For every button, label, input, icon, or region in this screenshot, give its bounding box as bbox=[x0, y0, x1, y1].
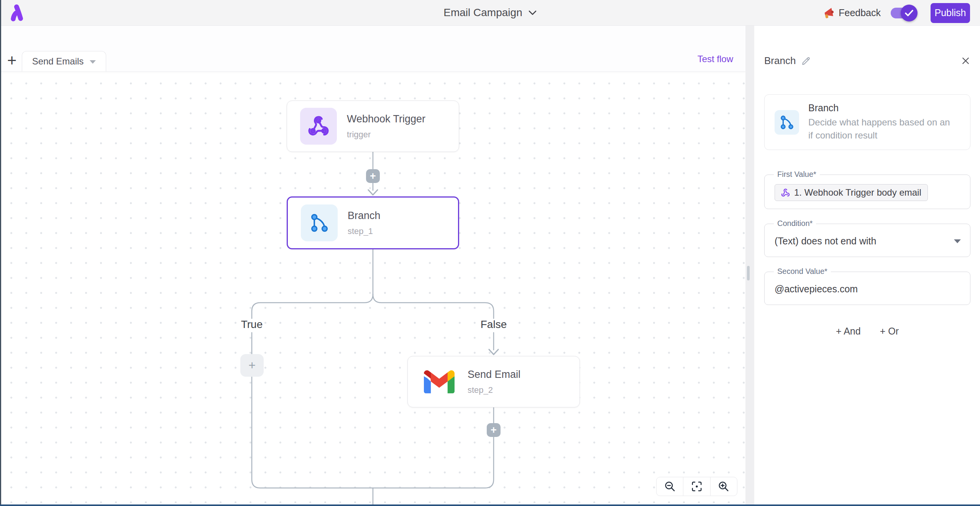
flow-title-menu[interactable]: Email Campaign bbox=[443, 7, 536, 19]
node-subtitle: step_2 bbox=[468, 385, 520, 395]
branch-icon bbox=[301, 204, 338, 241]
piece-info-card: Branch Decide what happens based on an i… bbox=[764, 94, 970, 150]
zoom-out-icon bbox=[664, 481, 676, 492]
node-subtitle: step_1 bbox=[348, 226, 381, 236]
node-branch[interactable]: Branch step_1 bbox=[287, 196, 459, 249]
activepieces-logo-icon bbox=[9, 4, 27, 21]
tab-send-emails[interactable]: Send Emails bbox=[22, 51, 106, 71]
add-step-placeholder[interactable]: + bbox=[240, 354, 264, 377]
feedback-label: Feedback bbox=[839, 7, 881, 18]
fit-view-button[interactable] bbox=[683, 477, 710, 496]
zoom-out-button[interactable] bbox=[657, 477, 683, 496]
node-title: Branch bbox=[348, 210, 381, 222]
select-caret-icon bbox=[954, 239, 961, 243]
condition-label: Condition* bbox=[774, 219, 816, 228]
window-left-edge bbox=[0, 0, 1, 506]
window-bottom-edge bbox=[0, 504, 980, 506]
flow-edges bbox=[0, 26, 745, 506]
zoom-controls bbox=[656, 477, 737, 496]
webhook-icon bbox=[781, 188, 790, 197]
piece-description: Decide what happens based on an if condi… bbox=[808, 116, 953, 142]
rename-step-button[interactable] bbox=[801, 56, 811, 66]
page-title: Email Campaign bbox=[443, 7, 522, 19]
condition-value: (Text) does not end with bbox=[775, 236, 876, 247]
canvas-scrollbar[interactable] bbox=[747, 266, 750, 280]
pencil-icon bbox=[801, 56, 811, 66]
node-title: Webhook Trigger bbox=[347, 113, 425, 125]
add-or-condition-button[interactable]: + Or bbox=[880, 326, 899, 337]
flow-canvas[interactable]: + Send Emails Test flow Webhook Trigger … bbox=[0, 26, 745, 506]
panel-title: Branch bbox=[764, 55, 796, 67]
top-bar: Email Campaign Feedback Publish bbox=[0, 0, 980, 26]
chevron-down-icon bbox=[529, 10, 537, 15]
publish-button[interactable]: Publish bbox=[931, 3, 970, 23]
panel-divider bbox=[745, 26, 754, 506]
fit-view-icon bbox=[691, 481, 703, 492]
node-subtitle: trigger bbox=[347, 130, 425, 140]
node-title: Send Email bbox=[468, 369, 520, 381]
close-icon bbox=[961, 56, 970, 66]
add-step-button[interactable]: + bbox=[366, 169, 380, 183]
megaphone-icon bbox=[823, 7, 835, 19]
first-value-label: First Value* bbox=[774, 170, 820, 179]
canvas-header: + Send Emails Test flow bbox=[0, 26, 745, 72]
branch-false-label: False bbox=[481, 318, 507, 331]
zoom-in-button[interactable] bbox=[710, 477, 737, 496]
gmail-icon bbox=[421, 363, 458, 400]
tab-label: Send Emails bbox=[32, 56, 84, 67]
piece-name: Branch bbox=[808, 102, 953, 114]
toggle-knob bbox=[901, 5, 918, 21]
branch-icon bbox=[775, 110, 799, 135]
node-text: Branch step_1 bbox=[348, 210, 381, 236]
add-step-button[interactable]: + bbox=[487, 423, 501, 437]
first-value-field[interactable]: First Value* 1. Webhook Trigger body ema… bbox=[764, 175, 970, 209]
publish-toggle[interactable] bbox=[891, 8, 915, 18]
token-text: 1. Webhook Trigger body email bbox=[794, 187, 921, 198]
condition-select[interactable]: Condition* (Text) does not end with bbox=[764, 224, 970, 257]
check-icon bbox=[905, 10, 913, 16]
tab-menu-icon[interactable] bbox=[90, 60, 96, 64]
test-flow-button[interactable]: Test flow bbox=[698, 54, 733, 64]
node-webhook-trigger[interactable]: Webhook Trigger trigger bbox=[287, 101, 459, 152]
webhook-token-chip[interactable]: 1. Webhook Trigger body email bbox=[775, 184, 928, 201]
add-and-condition-button[interactable]: + And bbox=[836, 326, 861, 337]
node-text: Webhook Trigger trigger bbox=[347, 113, 425, 140]
close-panel-button[interactable] bbox=[961, 56, 970, 66]
second-value-field[interactable]: Second Value* bbox=[764, 272, 970, 305]
activepieces-logo[interactable] bbox=[9, 4, 27, 21]
add-flow-button[interactable]: + bbox=[4, 52, 20, 69]
branch-true-label: True bbox=[241, 318, 263, 331]
node-send-email[interactable]: Send Email step_2 bbox=[407, 356, 580, 407]
step-settings-panel: Branch bbox=[754, 26, 980, 506]
webhook-icon bbox=[300, 108, 337, 145]
node-text: Send Email step_2 bbox=[468, 369, 520, 395]
feedback-button[interactable]: Feedback bbox=[823, 7, 881, 19]
second-value-label: Second Value* bbox=[774, 267, 831, 276]
second-value-input[interactable] bbox=[775, 283, 961, 295]
zoom-in-icon bbox=[718, 481, 729, 492]
